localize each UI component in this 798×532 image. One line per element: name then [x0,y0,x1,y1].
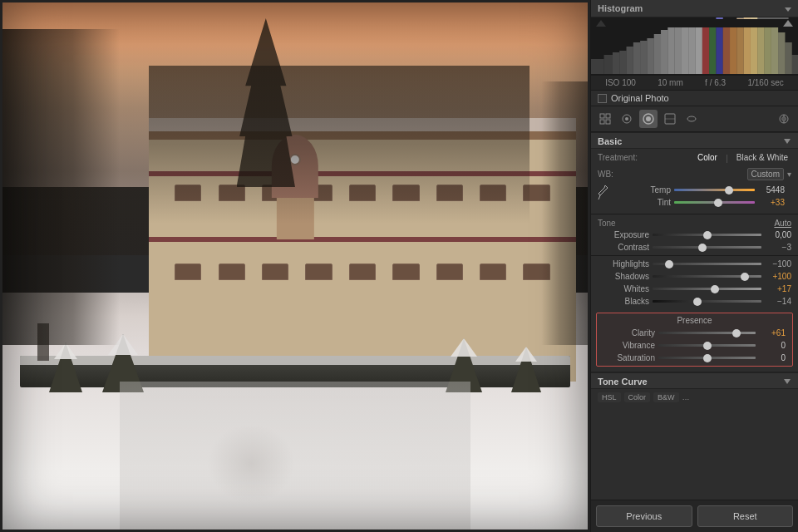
windows-bottom [170,264,555,280]
clarity-slider-thumb[interactable] [732,329,741,337]
adjustment-tool-icon[interactable] [775,110,793,128]
saturation-label: Saturation [603,353,655,362]
saturation-slider-thumb[interactable] [703,354,712,362]
svg-line-48 [598,195,600,200]
heal-tool-icon[interactable] [618,110,636,128]
contrast-slider-track[interactable] [653,246,761,249]
eyedropper-icon[interactable] [598,184,609,203]
svg-rect-10 [667,27,674,74]
tools-row [591,106,798,132]
shadows-slider-track[interactable] [653,275,761,278]
clarity-slider-row: Clarity +61 [597,327,792,339]
clarity-value: +61 [759,328,786,337]
histogram-title: Histogram [598,3,643,13]
original-photo-label: Original Photo [611,93,669,103]
treatment-label: Treatment: [598,153,638,162]
color-treatment-btn[interactable]: Color [694,152,721,163]
basic-title: Basic [598,136,622,146]
saturation-slider-track[interactable] [658,357,756,359]
vibrance-slider-track[interactable] [658,344,756,347]
tone-curve-color-tab[interactable]: Color [624,392,651,402]
auto-btn[interactable]: Auto [774,219,791,228]
tint-label: Tint [619,198,671,207]
svg-point-46 [782,117,786,121]
spacer-1 [591,308,798,311]
svg-rect-27 [765,22,771,74]
vibrance-slider-thumb[interactable] [703,342,712,350]
highlights-slider-row: Highlights −100 [591,258,798,270]
histogram-header: Histogram [591,0,798,17]
tone-curve-all-tab[interactable]: HSL [598,392,621,402]
previous-btn[interactable]: Previous [596,505,692,527]
svg-rect-2 [613,52,619,74]
shadows-slider-thumb[interactable] [741,273,749,281]
vibrance-label: Vibrance [603,341,655,350]
tint-slider-thumb[interactable] [714,199,722,207]
svg-marker-49 [784,379,791,384]
topiary-snow-1 [54,342,77,359]
treatment-separator: | [726,153,728,163]
blacks-slider-track[interactable] [653,300,761,303]
exposure-slider-thumb[interactable] [703,231,712,239]
highlights-clipping-icon[interactable] [783,20,793,27]
temp-slider-row: Temp 5448 [613,184,791,196]
tone-curve-title: Tone Curve [598,377,648,387]
temp-value: 5448 [758,185,785,195]
original-photo-row: Original Photo [591,91,798,106]
whites-slider-thumb[interactable] [711,285,719,293]
vibrance-value: 0 [759,341,786,350]
svg-rect-36 [606,120,610,124]
svg-rect-14 [696,22,702,74]
original-photo-checkbox[interactable] [598,94,607,103]
tone-curve-section: Tone Curve HSL Color B&W … [591,372,798,406]
tint-slider-track[interactable] [674,201,755,204]
clarity-slider-track[interactable] [658,332,756,334]
topiary-4 [511,347,541,392]
grid-tool-icon[interactable] [596,110,614,128]
window [480,264,506,280]
svg-rect-15 [702,24,709,74]
exposure-slider-track[interactable] [653,234,761,236]
shadows-label: Shadows [598,272,649,281]
vibrance-slider-row: Vibrance 0 [597,339,792,352]
tone-curve-bw-tab[interactable]: B&W [653,392,679,402]
highlights-slider-thumb[interactable] [665,260,673,268]
photo-area [0,0,590,532]
bw-treatment-btn[interactable]: Black & White [733,152,791,163]
histogram-dropdown-icon[interactable] [785,3,791,13]
panel-content[interactable]: Basic Treatment: Color | Black & White W… [591,132,798,500]
exposure-value: 0,00 [765,230,791,239]
photo-scene [2,2,588,530]
snow-path [120,382,470,530]
tone-label: Tone [598,219,616,228]
wb-dropdown-arrow: ▾ [787,170,791,179]
temp-slider-track[interactable] [674,189,755,191]
window [349,264,376,280]
basic-dropdown-icon[interactable] [783,137,791,145]
histogram-canvas [591,17,798,76]
svg-rect-19 [716,21,722,74]
shadows-clipping-icon[interactable] [596,20,606,27]
contrast-slider-thumb[interactable] [698,244,707,252]
svg-rect-4 [627,47,633,74]
presence-title: Presence [597,315,792,327]
tone-curve-dropdown-icon[interactable] [783,377,791,386]
wb-dropdown[interactable]: Custom [747,168,784,180]
blacks-slider-thumb[interactable] [693,298,702,306]
window [262,264,288,280]
svg-point-43 [687,116,696,121]
gradient-tool-icon[interactable] [661,110,679,128]
highlights-value: −100 [765,259,791,268]
highlights-slider-track[interactable] [653,263,761,265]
bg-trees [149,66,530,224]
whites-slider-track[interactable] [653,288,761,290]
redeye-tool-icon[interactable] [639,110,658,128]
wb-label: WB: [598,170,613,179]
svg-point-40 [646,116,651,121]
right-trees [541,81,588,345]
svg-rect-34 [606,114,610,118]
shadows-slider-row: Shadows +100 [591,270,798,283]
radial-tool-icon[interactable] [682,110,701,128]
temp-slider-thumb[interactable] [725,186,733,195]
reset-btn[interactable]: Reset [697,505,794,527]
